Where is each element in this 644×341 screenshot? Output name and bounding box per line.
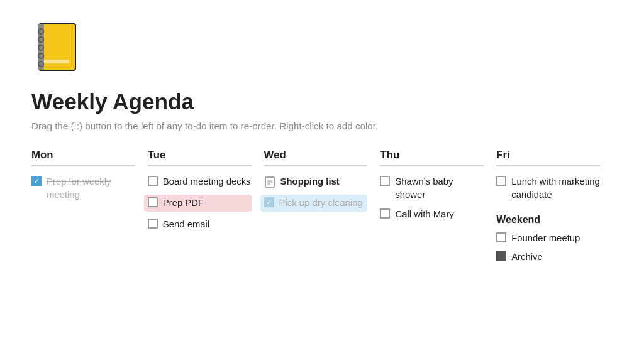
section-label-weekend: Weekend: [496, 214, 600, 225]
checkbox-tue-3[interactable]: [148, 219, 158, 229]
task-thu-2: Call with Mary: [380, 208, 484, 221]
col-header-tue: Tue: [148, 149, 252, 166]
task-text-wknd-1: Founder meetup: [511, 232, 600, 245]
doc-icon: [264, 176, 275, 188]
col-wed: Wed Shopping list Pick up dry cleaning: [264, 149, 380, 218]
task-text-wknd-2: Archive: [511, 251, 600, 264]
task-tue-3: Send email: [148, 218, 252, 231]
task-text-tue-3: Send email: [163, 218, 252, 231]
col-mon: Mon Prep for weekly meeting: [31, 149, 148, 208]
checkbox-fri-1[interactable]: [496, 176, 506, 186]
task-wknd-1: Founder meetup: [496, 232, 600, 245]
page-title: Weekly Agenda: [31, 89, 613, 114]
checkbox-tue-2[interactable]: [148, 197, 158, 207]
page-subtitle: Drag the (::) button to the left of any …: [31, 121, 613, 131]
task-mon-1: Prep for weekly meeting: [31, 175, 135, 202]
checkbox-thu-1[interactable]: [380, 176, 390, 186]
task-tue-2: Prep PDF: [144, 195, 252, 212]
task-text-wed-2: Pick up dry cleaning: [279, 197, 364, 210]
col-header-wed: Wed: [264, 149, 368, 166]
checkbox-wed-2[interactable]: [264, 197, 274, 207]
task-wed-1: Shopping list: [264, 175, 368, 188]
svg-rect-1: [44, 60, 69, 63]
col-thu: Thu Shawn's baby shower Call with Mary: [380, 149, 496, 227]
task-tue-1: Board meeting decks: [148, 175, 252, 188]
task-fri-1: Lunch with marketing candidate: [496, 175, 600, 202]
col-header-thu: Thu: [380, 149, 484, 166]
checkbox-mon-1[interactable]: [31, 176, 42, 186]
weekly-columns: Mon Prep for weekly meeting Tue Board me…: [31, 149, 613, 270]
checkbox-tue-1[interactable]: [148, 176, 158, 186]
task-wed-2: Pick up dry cleaning: [260, 195, 368, 212]
task-thu-1: Shawn's baby shower: [380, 175, 484, 202]
task-text-tue-1: Board meeting decks: [163, 175, 252, 188]
col-tue: Tue Board meeting decks Prep PDF Send em…: [148, 149, 264, 237]
task-text-wed-1: Shopping list: [280, 175, 368, 188]
task-text-fri-1: Lunch with marketing candidate: [511, 175, 600, 202]
task-wknd-2: Archive: [496, 251, 600, 264]
checkbox-wknd-1[interactable]: [496, 232, 506, 242]
col-fri: Fri Lunch with marketing candidate Weeke…: [496, 149, 613, 270]
task-text-thu-2: Call with Mary: [395, 208, 484, 221]
col-header-mon: Mon: [31, 149, 135, 166]
task-text-tue-2: Prep PDF: [163, 197, 248, 210]
task-text-mon-1: Prep for weekly meeting: [47, 175, 135, 202]
checkbox-wknd-2[interactable]: [496, 251, 506, 261]
checkbox-thu-2[interactable]: [380, 208, 390, 219]
task-text-thu-1: Shawn's baby shower: [395, 175, 484, 202]
notebook-icon: [31, 19, 82, 75]
col-header-fri: Fri: [496, 149, 600, 166]
